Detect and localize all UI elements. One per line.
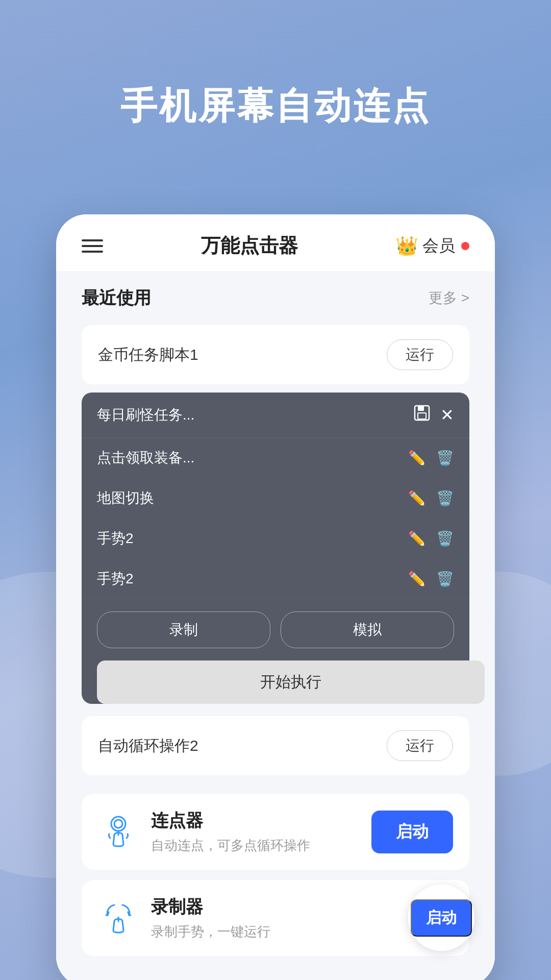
recorder-start-button[interactable]: 启动 <box>411 899 472 937</box>
run-button-0[interactable]: 运行 <box>387 339 453 370</box>
svg-rect-2 <box>418 413 426 419</box>
app-content: 万能点击器 👑 会员 最近使用 更多 > 金币任务脚本1 运行 每 <box>56 214 495 980</box>
vip-label: 会员 <box>422 235 455 257</box>
tools-section: 连点器 自动连点，可多点循环操作 启动 <box>56 794 495 980</box>
svg-point-4 <box>114 820 122 828</box>
run-button-2[interactable]: 运行 <box>387 730 453 761</box>
crown-icon: 👑 <box>395 235 418 257</box>
execute-button[interactable]: 开始执行 <box>97 660 485 704</box>
row-actions-1: ✏️ 🗑️ <box>408 490 454 507</box>
edit-icon-1[interactable]: ✏️ <box>408 490 426 507</box>
simulate-button[interactable]: 模拟 <box>281 611 454 648</box>
nav-bar: 万能点击器 👑 会员 <box>56 214 495 271</box>
clicker-desc: 自动连点，可多点循环操作 <box>151 837 359 854</box>
delete-icon-1[interactable]: 🗑️ <box>436 490 454 507</box>
tool-card-clicker: 连点器 自动连点，可多点循环操作 启动 <box>82 794 469 870</box>
clicker-start-button[interactable]: 启动 <box>371 811 453 853</box>
recent-section: 最近使用 更多 > 金币任务脚本1 运行 每日刷怪任务... <box>56 271 495 794</box>
hamburger-menu-button[interactable] <box>82 239 103 253</box>
script-item-2: 自动循环操作2 运行 <box>82 716 469 775</box>
edit-icon-0[interactable]: ✏️ <box>408 450 426 467</box>
section-header: 最近使用 更多 > <box>82 281 469 315</box>
section-title: 最近使用 <box>82 286 151 310</box>
page-title: 手机屏幕自动连点 <box>0 82 551 131</box>
recorder-desc: 录制手势，一键运行 <box>151 923 453 941</box>
script-item-0: 金币任务脚本1 运行 <box>82 325 469 384</box>
save-icon[interactable] <box>414 405 430 425</box>
row-text-0: 点击领取装备... <box>97 448 408 468</box>
svg-rect-1 <box>418 406 424 411</box>
row-text-3: 手势2 <box>97 569 408 589</box>
recorder-icon <box>100 900 137 937</box>
script-name-0: 金币任务脚本1 <box>98 345 198 365</box>
delete-icon-3[interactable]: 🗑️ <box>436 571 454 587</box>
dropdown-row-3: 手势2 ✏️ 🗑️ <box>82 559 469 599</box>
vip-badge[interactable]: 👑 会员 <box>395 235 469 257</box>
edit-icon-2[interactable]: ✏️ <box>408 530 426 547</box>
dropdown-popup: 每日刷怪任务... ✕ <box>82 393 469 704</box>
script-name-2: 自动循环操作2 <box>98 736 198 756</box>
more-button[interactable]: 更多 > <box>429 288 469 308</box>
clicker-icon <box>100 814 137 850</box>
dropdown-row-1: 地图切换 ✏️ 🗑️ <box>82 478 469 519</box>
phone-mockup: 万能点击器 👑 会员 最近使用 更多 > 金币任务脚本1 运行 每 <box>56 214 495 980</box>
dropdown-footer: 录制 模拟 <box>82 599 469 660</box>
record-button[interactable]: 录制 <box>97 611 270 648</box>
app-title: 万能点击器 <box>201 233 298 259</box>
clicker-name: 连点器 <box>151 809 359 832</box>
dropdown-row-0: 点击领取装备... ✏️ 🗑️ <box>82 438 469 478</box>
dropdown-header: 每日刷怪任务... ✕ <box>82 393 469 438</box>
close-icon[interactable]: ✕ <box>440 405 454 425</box>
clicker-icon-wrapper <box>98 812 139 852</box>
dropdown-header-text: 每日刷怪任务... <box>97 405 414 425</box>
delete-icon-0[interactable]: 🗑️ <box>436 450 454 467</box>
float-circle: 启动 <box>408 885 474 951</box>
row-actions-2: ✏️ 🗑️ <box>408 530 454 547</box>
row-actions-3: ✏️ 🗑️ <box>408 571 454 587</box>
edit-icon-3[interactable]: ✏️ <box>408 571 426 587</box>
dropdown-header-icons: ✕ <box>414 405 454 425</box>
delete-icon-2[interactable]: 🗑️ <box>436 530 454 547</box>
dropdown-row-2: 手势2 ✏️ 🗑️ <box>82 519 469 559</box>
clicker-info: 连点器 自动连点，可多点循环操作 <box>151 809 359 854</box>
row-text-1: 地图切换 <box>97 488 408 508</box>
tool-card-recorder: 录制器 录制手势，一键运行 启动 <box>82 880 469 956</box>
vip-status-dot <box>461 242 469 250</box>
row-text-2: 手势2 <box>97 529 408 548</box>
recorder-icon-wrapper <box>98 898 139 939</box>
row-actions-0: ✏️ 🗑️ <box>408 450 454 467</box>
svg-point-3 <box>111 817 126 831</box>
